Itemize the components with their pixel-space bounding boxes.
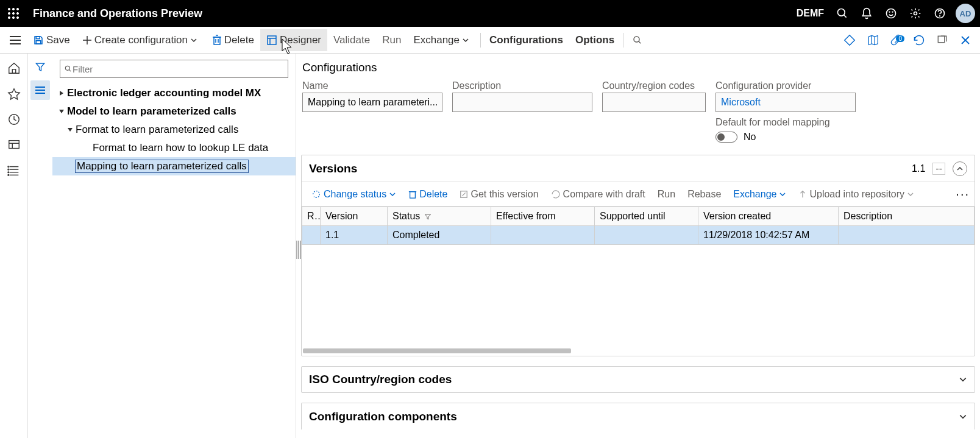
svg-point-16	[940, 16, 940, 16]
user-avatar[interactable]: AD	[956, 4, 975, 23]
svg-marker-61	[60, 91, 63, 96]
tree-node-ledger[interactable]: Electronic ledger accounting model MX	[52, 84, 296, 102]
validate-button[interactable]: Validate	[327, 29, 376, 51]
horizontal-scrollbar[interactable]	[302, 348, 975, 356]
svg-point-4	[12, 12, 14, 14]
page-title: Configurations	[301, 58, 975, 80]
svg-rect-38	[938, 36, 945, 43]
svg-marker-62	[59, 110, 64, 113]
upload-button[interactable]: Upload into repository	[794, 189, 919, 200]
save-label: Save	[46, 34, 70, 46]
default-toggle[interactable]	[715, 132, 737, 143]
version-summary: 1.1	[912, 163, 925, 174]
run-button[interactable]: Run	[376, 29, 407, 51]
col-supported[interactable]: Supported until	[595, 207, 698, 226]
svg-point-13	[892, 12, 893, 12]
svg-marker-55	[36, 63, 44, 71]
col-r[interactable]: R...	[302, 207, 321, 226]
delete-button[interactable]: Delete	[206, 29, 260, 51]
svg-point-5	[16, 12, 18, 14]
app-title: Finance and Operations Preview	[33, 7, 202, 20]
components-section[interactable]: Configuration components	[301, 403, 975, 429]
modules-icon[interactable]	[3, 160, 25, 182]
search-icon[interactable]	[830, 7, 854, 19]
chevron-down-icon	[959, 412, 967, 421]
svg-point-12	[889, 12, 890, 12]
provider-field[interactable]: Microsoft	[715, 93, 856, 112]
description-field[interactable]	[452, 93, 592, 112]
exchange-button[interactable]: Exchange	[407, 29, 478, 51]
caret-right-icon	[56, 90, 67, 96]
separator	[480, 33, 481, 48]
svg-rect-20	[36, 37, 40, 39]
run-version-button[interactable]: Run	[653, 189, 680, 200]
help-icon[interactable]	[928, 7, 952, 19]
map-icon[interactable]	[862, 34, 884, 46]
bell-icon[interactable]	[854, 7, 879, 19]
version-row[interactable]: 1.1 Completed 11/29/2018 10:42:57 AM	[302, 226, 975, 245]
home-icon[interactable]	[3, 57, 25, 79]
col-effective[interactable]: Effective from	[491, 207, 595, 226]
diamond-icon[interactable]	[839, 34, 861, 47]
svg-rect-44	[9, 141, 19, 149]
history-icon[interactable]	[3, 108, 25, 130]
description-label: Description	[452, 80, 592, 91]
company-code[interactable]: DEMF	[797, 8, 824, 19]
create-configuration-button[interactable]: Create configuration	[76, 29, 206, 51]
star-icon[interactable]	[3, 83, 25, 105]
caret-down-icon	[65, 127, 76, 133]
country-field[interactable]	[602, 93, 706, 112]
rebase-button[interactable]: Rebase	[683, 189, 726, 200]
mouse-cursor	[280, 38, 294, 52]
attachments-icon[interactable]: 0	[885, 34, 907, 46]
filter-box[interactable]	[60, 60, 288, 78]
expand-lines-icon[interactable]	[30, 80, 50, 100]
svg-point-0	[8, 8, 10, 10]
svg-point-54	[7, 174, 9, 175]
default-mapping-label: Default for model mapping	[715, 117, 856, 128]
tree-node-model[interactable]: Model to learn parameterized calls	[52, 102, 296, 121]
delete-version-button[interactable]: Delete	[403, 189, 452, 200]
iso-section[interactable]: ISO Country/region codes	[301, 366, 975, 393]
smile-icon[interactable]	[879, 7, 903, 19]
splitter-handle[interactable]	[296, 241, 302, 259]
change-status-button[interactable]: Change status	[307, 189, 401, 200]
tree-node-format[interactable]: Format to learn parameterized calls	[52, 121, 296, 139]
hamburger-icon[interactable]	[4, 35, 27, 45]
caret-down-icon	[56, 108, 67, 115]
find-button[interactable]	[626, 29, 652, 51]
col-description[interactable]: Description	[839, 207, 975, 226]
svg-point-14	[914, 12, 917, 15]
popout-icon[interactable]	[931, 35, 953, 46]
tree-node-format-lookup[interactable]: Format to learn how to lookup LE data	[52, 139, 296, 157]
filter-input[interactable]	[73, 64, 284, 74]
exchange-version-button[interactable]: Exchange	[728, 189, 791, 200]
exchange-label: Exchange	[413, 34, 460, 46]
app-launcher-icon[interactable]	[5, 5, 22, 22]
svg-point-53	[7, 172, 9, 173]
tree-node-mapping[interactable]: Mapping to learn parameterized calls	[52, 157, 296, 175]
save-button[interactable]: Save	[27, 29, 76, 51]
configurations-tab[interactable]: Configurations	[483, 29, 569, 51]
name-field[interactable]: Mapping to learn parameteri...	[302, 93, 442, 112]
svg-marker-42	[8, 89, 19, 99]
col-created[interactable]: Version created	[698, 207, 839, 226]
refresh-icon[interactable]	[908, 34, 930, 46]
create-config-label: Create configuration	[94, 34, 188, 46]
workspace-icon[interactable]	[3, 134, 25, 156]
more-icon[interactable]: ···	[956, 187, 970, 201]
delete-label: Delete	[224, 34, 254, 46]
gear-icon[interactable]	[903, 7, 928, 19]
svg-point-7	[12, 16, 14, 18]
svg-point-8	[16, 16, 18, 18]
col-status[interactable]: Status	[388, 207, 491, 226]
close-icon[interactable]	[954, 35, 976, 46]
col-version[interactable]: Version	[321, 207, 388, 226]
svg-rect-21	[36, 40, 41, 43]
svg-point-2	[16, 8, 18, 10]
options-tab[interactable]: Options	[569, 29, 620, 51]
compare-button[interactable]: Compare with draft	[546, 189, 650, 200]
funnel-icon[interactable]	[30, 57, 50, 77]
collapse-icon[interactable]	[953, 161, 967, 176]
get-version-button[interactable]: Get this version	[455, 189, 543, 200]
